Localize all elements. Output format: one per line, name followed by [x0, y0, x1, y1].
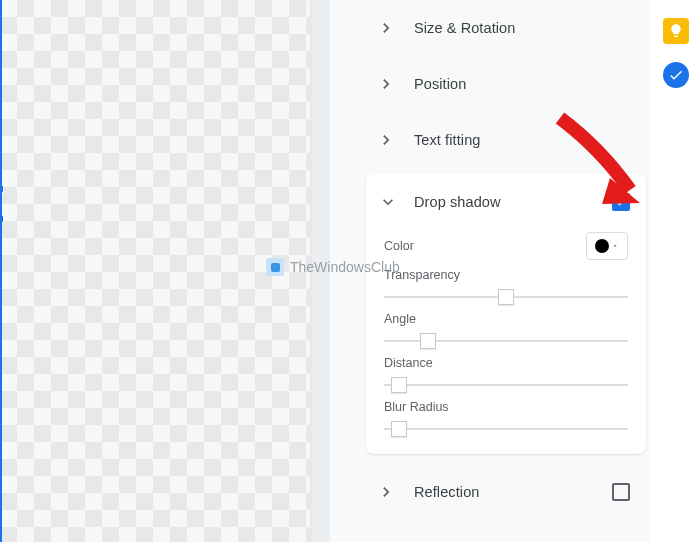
chevron-right-icon	[376, 74, 396, 94]
section-size-rotation: Size & Rotation	[362, 0, 650, 56]
section-header-size-rotation[interactable]: Size & Rotation	[362, 0, 650, 56]
slider-label: Blur Radius	[384, 400, 628, 414]
side-panel-strip	[650, 0, 700, 542]
slider-distance: Distance	[366, 356, 646, 396]
keep-icon[interactable]	[663, 18, 689, 44]
canvas-page[interactable]	[0, 0, 310, 542]
tasks-icon[interactable]	[663, 62, 689, 88]
slider-thumb[interactable]	[391, 377, 407, 393]
drop-shadow-enable-checkbox[interactable]	[612, 193, 630, 211]
selection-handle[interactable]	[0, 215, 4, 223]
slider-label: Distance	[384, 356, 628, 370]
slider-angle: Angle	[366, 312, 646, 352]
section-header-text-fitting[interactable]: Text fitting	[362, 112, 650, 168]
slider-track	[384, 428, 628, 430]
section-position: Position	[362, 56, 650, 112]
section-title: Reflection	[414, 484, 612, 500]
transparency-slider[interactable]	[384, 286, 628, 308]
chevron-down-icon	[378, 192, 398, 212]
angle-slider[interactable]	[384, 330, 628, 352]
slider-track	[384, 384, 628, 386]
slider-thumb[interactable]	[498, 289, 514, 305]
section-title: Size & Rotation	[414, 20, 630, 36]
section-drop-shadow: Drop shadow Color Transparency	[366, 174, 646, 454]
slider-thumb[interactable]	[391, 421, 407, 437]
section-header-position[interactable]: Position	[362, 56, 650, 112]
color-label: Color	[384, 239, 586, 253]
format-options-panel: Size & Rotation Position Text fitting	[362, 0, 650, 542]
chevron-right-icon	[376, 482, 396, 502]
section-text-fitting: Text fitting	[362, 112, 650, 168]
blur-radius-slider[interactable]	[384, 418, 628, 440]
distance-slider[interactable]	[384, 374, 628, 396]
drop-shadow-color-row: Color	[366, 228, 646, 264]
chevron-right-icon	[376, 130, 396, 150]
reflection-enable-checkbox[interactable]	[612, 483, 630, 501]
section-header-drop-shadow[interactable]: Drop shadow	[366, 174, 646, 230]
slider-label: Angle	[384, 312, 628, 326]
caret-down-icon	[611, 242, 619, 250]
canvas-area	[0, 0, 330, 542]
slider-transparency: Transparency	[366, 268, 646, 308]
section-reflection: Reflection	[362, 464, 650, 520]
drop-shadow-color-button[interactable]	[586, 232, 628, 260]
slider-label: Transparency	[384, 268, 628, 282]
slider-blur-radius: Blur Radius	[366, 400, 646, 440]
color-swatch-icon	[595, 239, 609, 253]
section-title: Position	[414, 76, 630, 92]
app-root: Size & Rotation Position Text fitting	[0, 0, 700, 542]
selection-handle[interactable]	[0, 185, 4, 193]
section-header-reflection[interactable]: Reflection	[362, 464, 650, 520]
section-title: Text fitting	[414, 132, 630, 148]
slider-thumb[interactable]	[420, 333, 436, 349]
chevron-right-icon	[376, 18, 396, 38]
section-title: Drop shadow	[414, 194, 612, 210]
